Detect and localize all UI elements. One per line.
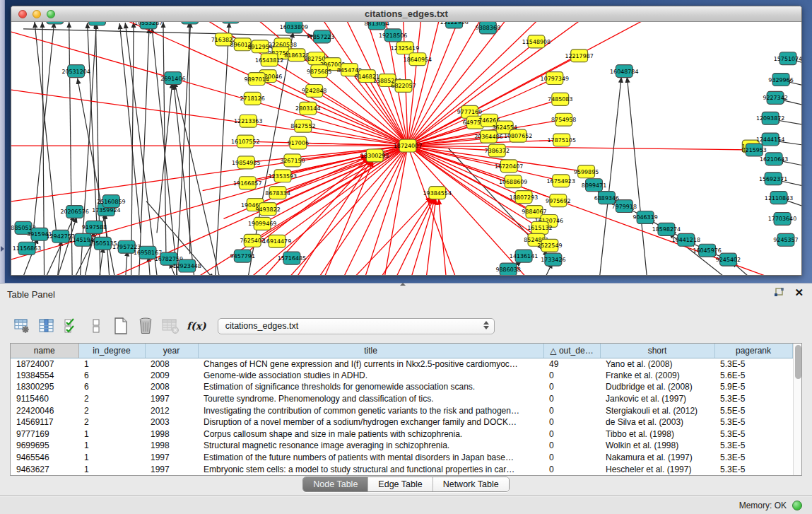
table-cell[interactable]: Nakamura et al. (1997) [600, 452, 714, 464]
network-canvas[interactable]: 1872400797771696497568746266362455420364… [11, 22, 801, 275]
table-row[interactable]: 2242004622012Investigating the contribut… [11, 404, 792, 416]
table-cell[interactable]: 9115460 [11, 393, 78, 405]
table-cell[interactable]: Wolkin et al. (1998) [600, 440, 714, 452]
table-cell[interactable]: 9699695 [11, 440, 78, 452]
table-cell[interactable]: 5.3E-5 [714, 452, 792, 464]
float-panel-icon[interactable] [773, 287, 784, 298]
network-window-titlebar[interactable]: citations_edges.txt [11, 6, 801, 22]
show-columns-icon[interactable] [37, 317, 56, 335]
table-cell[interactable]: Hescheler et al. (1997) [600, 463, 714, 475]
table-cell[interactable]: Corpus callosum shape and size in male p… [198, 428, 543, 440]
table-cell[interactable]: 14569117 [11, 416, 78, 428]
panel-expand-arrow-icon[interactable] [1, 246, 4, 252]
table-cell[interactable]: 5.3E-5 [714, 416, 792, 428]
column-header-in_degree[interactable]: in_degree [78, 344, 145, 358]
table-scrollbar-thumb[interactable] [795, 345, 801, 379]
graph-node[interactable] [182, 22, 199, 24]
table-cell[interactable]: 2003 [145, 416, 198, 428]
table-cell[interactable]: 2008 [145, 358, 198, 370]
graph-node[interactable] [222, 22, 239, 23]
table-cell[interactable]: 0 [543, 404, 600, 416]
table-cell[interactable]: 5.3E-5 [714, 440, 792, 452]
table-row[interactable]: 946362711997Embryonic stem cells: a mode… [11, 463, 792, 475]
column-header-short[interactable]: short [600, 344, 714, 358]
table-cell[interactable]: 1998 [145, 428, 198, 440]
table-cell[interactable]: 0 [543, 381, 600, 393]
table-cell[interactable]: Structural magnetic resonance image aver… [198, 440, 543, 452]
table-cell[interactable]: 1 [78, 463, 145, 475]
table-cell[interactable]: 9463627 [11, 463, 78, 475]
table-cell[interactable]: 18724007 [11, 358, 78, 370]
minimize-window-button[interactable] [33, 10, 41, 18]
table-cell[interactable]: Stergiakouli et al. (2012) [600, 404, 714, 416]
table-cell[interactable]: 5.3E-5 [714, 428, 792, 440]
table-cell[interactable]: 1 [78, 428, 145, 440]
table-cell[interactable]: 2 [78, 393, 145, 405]
table-cell[interactable]: 6 [78, 370, 145, 382]
table-cell[interactable]: Franke et al. (2009) [600, 370, 714, 382]
table-cell[interactable]: 49 [543, 358, 600, 370]
column-header-year[interactable]: year [145, 344, 198, 358]
table-cell[interactable]: 1 [78, 358, 145, 370]
table-cell[interactable]: 2009 [145, 370, 198, 382]
table-cell[interactable]: Embryonic stem cells: a model to study s… [198, 463, 543, 475]
table-cell[interactable]: 2 [78, 416, 145, 428]
table-row[interactable]: 969969511998Structural magnetic resonanc… [11, 440, 792, 452]
close-panel-icon[interactable]: ✕ [794, 288, 804, 298]
delete-table-icon[interactable] [161, 317, 180, 335]
table-cell[interactable]: 0 [543, 463, 600, 475]
table-cell[interactable]: 1998 [145, 440, 198, 452]
graph-node[interactable] [47, 22, 64, 24]
network-view-window[interactable]: citations_edges.txt 18724007977716964975… [11, 6, 802, 276]
table-cell[interactable]: 1997 [145, 393, 198, 405]
table-cell[interactable]: Disruption of a novel member of a sodium… [198, 416, 543, 428]
tab-node-table[interactable]: Node Table [303, 477, 367, 491]
tab-network-table[interactable]: Network Table [433, 477, 509, 491]
zoom-window-button[interactable] [47, 10, 55, 18]
table-cell[interactable]: 2008 [145, 381, 198, 393]
table-cell[interactable]: Investigating the contribution of common… [198, 404, 543, 416]
table-row[interactable]: 977716911998Corpus callosum shape and si… [11, 428, 792, 440]
table-cell[interactable]: 5.3E-5 [714, 393, 792, 405]
memory-status-indicator[interactable] [792, 501, 802, 510]
table-cell[interactable]: Tibbo et al. (1998) [600, 428, 714, 440]
table-cell[interactable]: 0 [543, 440, 600, 452]
tab-edge-table[interactable]: Edge Table [367, 477, 432, 491]
table-cell[interactable]: 0 [543, 416, 600, 428]
table-cell[interactable]: 1 [78, 452, 145, 464]
split-pane-handle[interactable] [398, 283, 408, 287]
table-cell[interactable]: Tourette syndrome. Phenomenology and cla… [198, 393, 543, 405]
table-cell[interactable]: 0 [543, 452, 600, 464]
table-scrollbar[interactable] [793, 344, 802, 475]
table-cell[interactable]: 6 [78, 381, 145, 393]
column-header-out_de[interactable]: △ out_de… [543, 344, 600, 358]
table-cell[interactable]: 5.6E-5 [714, 370, 792, 382]
table-cell[interactable]: Jankovic et al. (1997) [600, 393, 714, 405]
table-cell[interactable]: Estimation of significance thresholds fo… [198, 381, 543, 393]
table-cell[interactable]: 1997 [145, 463, 198, 475]
table-cell[interactable]: 1 [78, 440, 145, 452]
table-mode-icon[interactable] [13, 317, 31, 335]
collapsed-panel-strip[interactable] [0, 0, 5, 283]
table-cell[interactable]: Genome-wide association studies in ADHD. [198, 370, 543, 382]
table-cell[interactable]: Yano et al. (2008) [600, 358, 714, 370]
table-cell[interactable]: 0 [543, 370, 600, 382]
column-header-title[interactable]: title [198, 344, 543, 358]
unselect-all-icon[interactable] [87, 317, 105, 335]
delete-icon[interactable] [136, 317, 155, 335]
node-table-grid[interactable]: namein_degreeyeartitle△ out_de…shortpage… [11, 344, 793, 475]
column-header-name[interactable]: name [11, 344, 78, 358]
table-cell[interactable]: de Silva et al. (2003) [600, 416, 714, 428]
table-cell[interactable]: 9465546 [11, 452, 78, 464]
table-row[interactable]: 911546021997Tourette syndrome. Phenomeno… [11, 393, 792, 405]
table-row[interactable]: 1830029562008Estimation of significance … [11, 381, 792, 393]
table-cell[interactable]: 5.9E-5 [714, 381, 792, 393]
table-cell[interactable]: 2 [78, 404, 145, 416]
column-header-pagerank[interactable]: pagerank [714, 344, 792, 358]
table-cell[interactable]: Dudbridge et al. (2008) [600, 381, 714, 393]
table-cell[interactable]: 5.5E-5 [714, 404, 792, 416]
citation-network-graph[interactable]: 1872400797771696497568746266362455420364… [11, 22, 801, 275]
new-file-icon[interactable] [112, 317, 130, 335]
table-cell[interactable]: 18300295 [11, 381, 78, 393]
close-window-button[interactable] [18, 10, 27, 18]
